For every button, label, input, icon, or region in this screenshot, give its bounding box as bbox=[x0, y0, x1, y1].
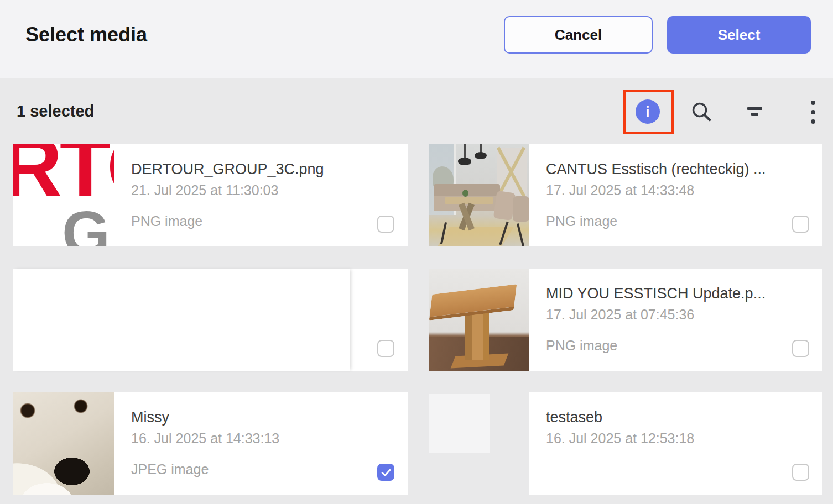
dialog-header: Select media Cancel Select bbox=[0, 0, 833, 78]
dining-corner-thumbnail bbox=[429, 144, 529, 246]
media-checkbox[interactable] bbox=[377, 340, 394, 357]
select-button[interactable]: Select bbox=[667, 16, 811, 54]
cancel-button[interactable]: Cancel bbox=[504, 16, 653, 54]
selection-count-label: 1 selected bbox=[17, 102, 94, 120]
media-title: DERTOUR_GROUP_3C.png bbox=[131, 161, 408, 178]
gray-placeholder-thumbnail bbox=[429, 392, 529, 495]
media-type: PNG image bbox=[131, 213, 408, 229]
media-date: 16. Jul 2025 at 14:33:13 bbox=[131, 431, 408, 447]
more-options-button[interactable] bbox=[809, 101, 817, 124]
wooden-table-thumbnail bbox=[429, 269, 529, 371]
media-date: 16. Jul 2025 at 12:53:18 bbox=[546, 431, 822, 447]
media-type: JPEG image bbox=[131, 461, 408, 477]
media-title: CANTUS Esstisch (rechteckig) ... bbox=[546, 161, 822, 178]
media-checkbox[interactable] bbox=[792, 340, 809, 357]
media-item-missy[interactable]: Missy 16. Jul 2025 at 14:33:13 JPEG imag… bbox=[13, 392, 408, 495]
media-date: 21. Jul 2025 at 11:30:03 bbox=[131, 182, 408, 198]
media-type: PNG image bbox=[546, 213, 822, 229]
media-item-dertour[interactable]: RTO G DERTOUR_GROUP_3C.png 21. Jul 2025 … bbox=[13, 144, 408, 246]
dertour-logo-thumbnail: RTO G bbox=[13, 144, 114, 246]
media-item-testaseb[interactable]: testaseb 16. Jul 2025 at 12:53:18 bbox=[429, 392, 822, 495]
checkmark-icon bbox=[380, 466, 392, 479]
filter-icon bbox=[743, 107, 766, 116]
media-date: 17. Jul 2025 at 14:33:48 bbox=[546, 182, 822, 198]
media-title: testaseb bbox=[546, 409, 822, 426]
media-checkbox[interactable] bbox=[377, 216, 394, 233]
dertour-logo-subtext: G bbox=[62, 202, 110, 246]
media-item-blank[interactable] bbox=[13, 269, 408, 371]
media-type: PNG image bbox=[546, 338, 822, 354]
media-date: 17. Jul 2025 at 07:45:36 bbox=[546, 307, 822, 323]
filter-button[interactable] bbox=[743, 103, 766, 119]
more-options-icon bbox=[811, 101, 815, 105]
page-title: Select media bbox=[25, 23, 147, 46]
media-checkbox[interactable] bbox=[792, 216, 809, 233]
media-title: Missy bbox=[131, 409, 408, 426]
media-item-cantus[interactable]: CANTUS Esstisch (rechteckig) ... 17. Jul… bbox=[429, 144, 822, 246]
media-item-midyou[interactable]: MID YOU ESSTISCH Update.p... 17. Jul 202… bbox=[429, 269, 822, 371]
dog-photo-thumbnail bbox=[13, 392, 114, 495]
media-title: MID YOU ESSTISCH Update.p... bbox=[546, 285, 822, 302]
media-checkbox-checked[interactable] bbox=[377, 464, 394, 481]
info-button[interactable]: i bbox=[636, 99, 660, 124]
search-button[interactable] bbox=[690, 101, 712, 123]
info-icon: i bbox=[646, 104, 650, 120]
media-checkbox[interactable] bbox=[792, 464, 809, 481]
search-icon bbox=[691, 101, 712, 122]
